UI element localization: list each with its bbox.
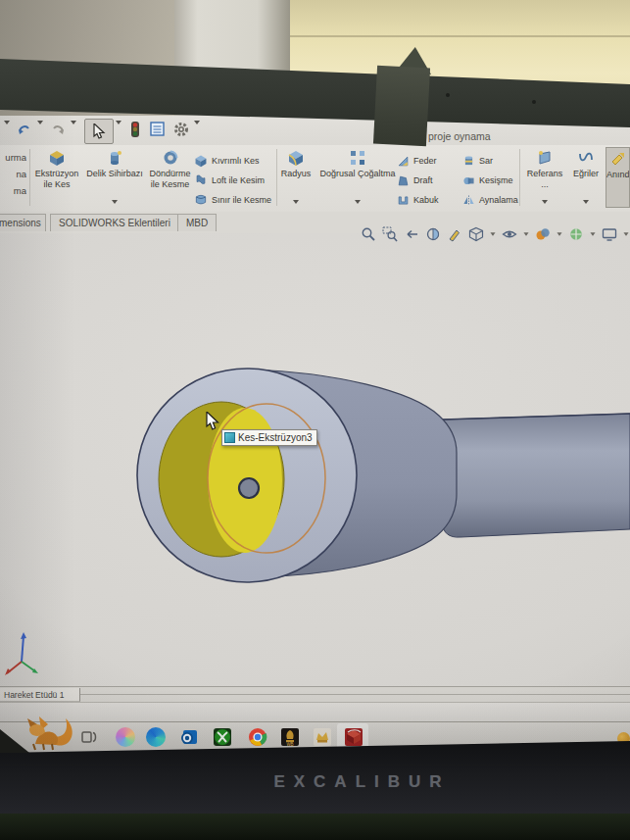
dropdown-caret-icon[interactable] <box>37 121 43 124</box>
tab-solidworks-addins[interactable]: SOLIDWORKS Eklentileri <box>50 214 179 231</box>
window-title: proje oynama <box>428 130 491 142</box>
button-label: Feder <box>413 156 437 166</box>
warband-game-icon[interactable]: WB <box>279 726 301 748</box>
selection-tooltip: Kes-Ekstrüzyon3 <box>221 429 317 446</box>
button-label: Ekstrüzyon ile Kes <box>32 169 81 189</box>
microphone-hole <box>532 100 536 104</box>
status-bar <box>0 702 630 722</box>
zoom-fit-icon[interactable] <box>361 226 376 242</box>
fillet-button[interactable]: Radyus <box>278 147 314 208</box>
dropdown-caret-icon[interactable] <box>4 121 10 124</box>
ribbon-separator <box>29 149 30 206</box>
chrome-icon[interactable] <box>247 726 268 748</box>
cutoff-label: urma <box>5 152 26 163</box>
cutoff-labels: urma na ma <box>0 149 26 199</box>
sketch-eval-icon[interactable] <box>447 226 462 242</box>
svg-text:WB: WB <box>286 742 293 747</box>
rebuild-stoplight-icon[interactable] <box>129 121 141 138</box>
mirror-button[interactable]: Aynalama <box>462 190 518 210</box>
edge-icon[interactable] <box>145 726 167 748</box>
shell-button[interactable]: Kabuk <box>397 190 439 210</box>
tab-dimensions-partial[interactable]: mensions <box>0 214 46 231</box>
draft-button[interactable]: Draft <box>397 171 433 190</box>
tab-mbd[interactable]: MBD <box>177 214 217 231</box>
tab-label: mensions <box>0 218 41 228</box>
button-label: Kabuk <box>413 195 439 205</box>
microphone-hole <box>446 93 450 97</box>
motion-study-tab[interactable]: Hareket Etüdü 1 <box>0 688 80 702</box>
tooltip-text: Kes-Ekstrüzyon3 <box>238 432 313 443</box>
wrap-button[interactable]: Sar <box>462 151 493 171</box>
dropdown-caret-icon[interactable] <box>194 121 200 124</box>
hole-wizard-button[interactable]: Delik Sihirbazı <box>83 147 146 208</box>
copilot-icon[interactable] <box>115 726 136 748</box>
solidworks-icon[interactable] <box>343 726 364 748</box>
tab-label: MBD <box>186 218 208 228</box>
hide-show-items-icon[interactable] <box>502 226 517 242</box>
motion-tab-label: Hareket Etüdü 1 <box>4 690 64 700</box>
graphics-viewport[interactable]: Kes-Ekstrüzyon3 <box>0 233 630 686</box>
heads-up-view-toolbar <box>361 222 629 246</box>
wall-frame-line <box>290 35 630 37</box>
tab-label: SOLIDWORKS Eklentileri <box>59 218 170 228</box>
fox-mascot <box>24 707 76 752</box>
dropdown-caret-icon[interactable] <box>71 121 76 124</box>
lofted-cut-button[interactable]: Loft ile Kesim <box>194 171 265 190</box>
laptop-brand-logo: EXCALIBUR <box>0 772 630 792</box>
linear-pattern-button[interactable]: Doğrusal Çoğaltma <box>315 147 400 208</box>
mouse-cursor <box>206 412 220 430</box>
swept-cut-button[interactable]: Kıvrımlı Kes <box>194 151 260 171</box>
task-view-icon[interactable] <box>78 726 100 748</box>
xbox-icon[interactable] <box>212 726 233 748</box>
display-style-icon[interactable] <box>468 226 484 242</box>
button-label: Loft ile Kesim <box>212 175 265 185</box>
feature-cube-icon <box>224 432 235 443</box>
button-label: Referans ... <box>523 169 566 189</box>
select-tool-button[interactable] <box>84 119 114 144</box>
button-label: Radyus <box>278 169 314 179</box>
button-label: Delik Sihirbazı <box>83 169 146 179</box>
section-view-icon[interactable] <box>425 226 441 242</box>
photo-scene: proje oynama urma na ma Ekstrüzyon ile K… <box>0 0 630 840</box>
rib-button[interactable]: Feder <box>397 151 437 171</box>
apply-scene-icon[interactable] <box>568 226 584 242</box>
view-settings-icon[interactable] <box>602 226 617 242</box>
undo-button[interactable] <box>16 121 33 138</box>
button-label: Aynalama <box>479 195 518 205</box>
button-label: Kesişme <box>479 175 513 185</box>
reference-geometry-button[interactable]: Referans ... <box>523 147 566 208</box>
outlook-icon[interactable] <box>178 726 200 748</box>
previous-view-icon[interactable] <box>404 226 419 242</box>
laptop-screen: proje oynama urma na ma Ekstrüzyon ile K… <box>0 116 630 753</box>
instant3d-button[interactable]: Anında <box>606 147 630 208</box>
curves-button[interactable]: Eğriler <box>568 147 604 208</box>
boundary-cut-button[interactable]: Sınır ile Kesme <box>194 190 271 210</box>
button-label: Draft <box>413 175 433 185</box>
task-list-icon[interactable] <box>149 121 166 137</box>
center-hole[interactable] <box>239 478 259 498</box>
intersect-button[interactable]: Kesişme <box>462 171 513 190</box>
button-label: Sınır ile Kesme <box>212 195 271 205</box>
gold-game-icon[interactable] <box>312 726 333 748</box>
edit-appearance-icon[interactable] <box>535 226 551 242</box>
button-label: Sar <box>479 156 493 166</box>
cutoff-label: ma <box>14 185 26 196</box>
ribbon-toolbar: urma na ma Ekstrüzyon ile Kes Delik Sihi… <box>0 145 630 213</box>
redo-button[interactable] <box>49 121 67 138</box>
webcam-tape <box>373 66 430 147</box>
3d-part-model[interactable] <box>0 233 630 686</box>
dropdown-caret-icon[interactable] <box>116 121 121 124</box>
revolved-cut-button[interactable]: Döndürme ile Kesme <box>147 147 193 208</box>
button-label: Eğriler <box>568 169 604 179</box>
extruded-cut-button[interactable]: Ekstrüzyon ile Kes <box>32 147 81 208</box>
ribbon-separator <box>519 149 520 206</box>
laptop-bottom-bezel: EXCALIBUR <box>0 741 630 815</box>
ribbon-separator <box>276 149 277 206</box>
desk-surface <box>0 814 630 840</box>
zoom-area-icon[interactable] <box>382 226 398 242</box>
shaft-cylinder[interactable] <box>443 414 630 537</box>
button-label: Kıvrımlı Kes <box>212 156 260 166</box>
settings-gear-icon[interactable] <box>172 121 190 138</box>
motion-bar-line <box>80 694 630 695</box>
button-label: Döndürme ile Kesme <box>147 169 193 189</box>
